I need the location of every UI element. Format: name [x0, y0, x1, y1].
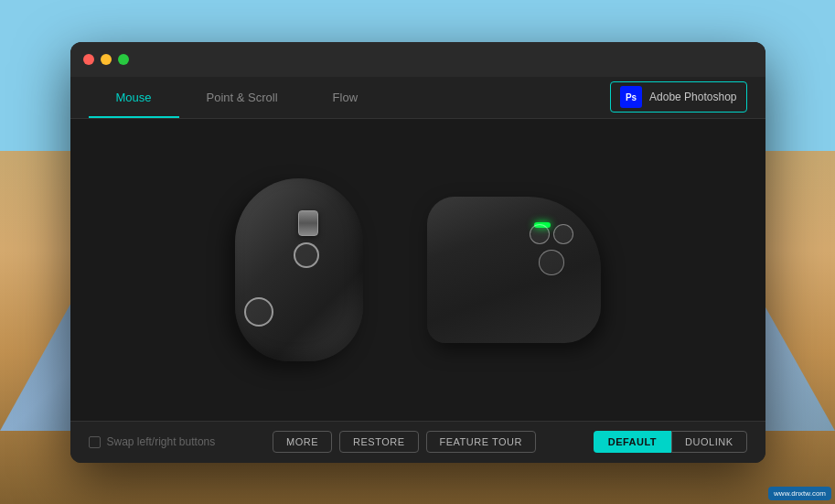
mice-container — [89, 137, 747, 402]
app-window: Mouse Point & Scroll Flow Ps Adobe Photo… — [70, 42, 765, 463]
ps-icon: Ps — [620, 86, 642, 108]
maximize-button[interactable] — [118, 54, 129, 65]
tab-point-scroll[interactable]: Point & Scroll — [179, 77, 305, 118]
title-bar — [70, 42, 765, 77]
more-button[interactable]: MORE — [273, 431, 332, 453]
app-badge[interactable]: Ps Adobe Photoshop — [610, 81, 746, 113]
close-button[interactable] — [83, 54, 94, 65]
default-mode-button[interactable]: DEFAULT — [594, 431, 671, 453]
mouse-btn-2[interactable] — [553, 224, 573, 244]
mouse-body-side — [427, 197, 601, 343]
tab-flow[interactable]: Flow — [305, 77, 385, 118]
mouse-side-view — [427, 188, 610, 352]
action-bar: Swap left/right buttons MORE RESTORE FEA… — [70, 421, 765, 463]
mouse-button-group — [530, 224, 573, 275]
main-content — [70, 119, 765, 421]
mode-button-group: DEFAULT DUOLINK — [594, 431, 747, 453]
mouse-body — [235, 178, 363, 361]
mouse-btn-3[interactable] — [539, 250, 564, 275]
restore-button[interactable]: RESTORE — [339, 431, 418, 453]
swap-buttons-container: Swap left/right buttons — [89, 435, 216, 448]
scroll-wheel — [298, 210, 318, 236]
swap-buttons-checkbox[interactable] — [89, 436, 101, 448]
duolink-mode-button[interactable]: DUOLINK — [671, 431, 746, 453]
traffic-lights — [83, 54, 129, 65]
watermark: www.dnxtw.com — [768, 487, 831, 500]
mouse-btn-1[interactable] — [530, 224, 550, 244]
tab-mouse[interactable]: Mouse — [89, 77, 179, 118]
mouse-side-button[interactable] — [244, 297, 273, 327]
mouse-top-button[interactable] — [294, 242, 319, 268]
feature-tour-button[interactable]: FEATURE TOUR — [426, 431, 536, 453]
minimize-button[interactable] — [101, 54, 112, 65]
tab-bar: Mouse Point & Scroll Flow Ps Adobe Photo… — [70, 77, 765, 119]
swap-buttons-label: Swap left/right buttons — [107, 435, 216, 448]
mouse-front-view — [226, 169, 372, 370]
action-buttons: MORE RESTORE FEATURE TOUR — [273, 431, 536, 453]
